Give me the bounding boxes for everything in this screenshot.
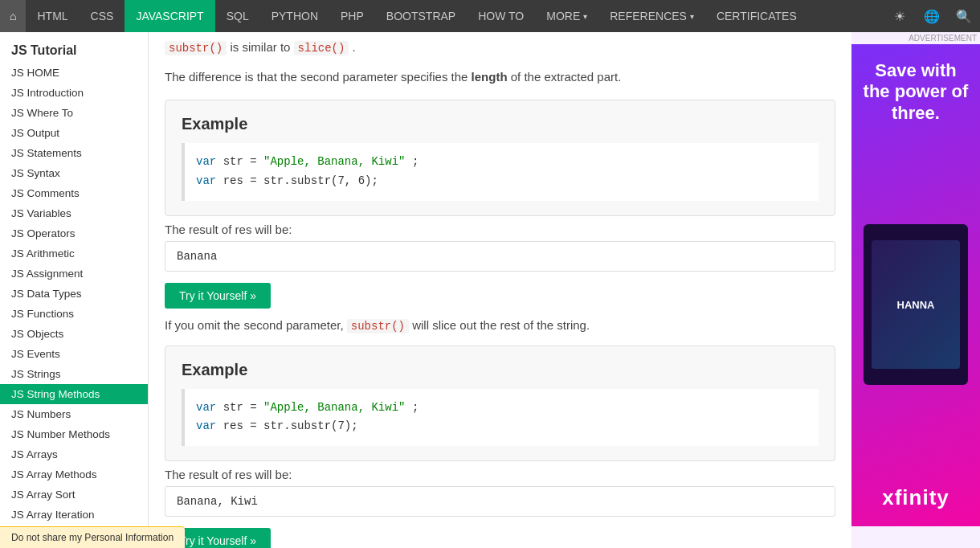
sidebar-item-syntax[interactable]: JS Syntax [0,163,148,183]
result-text-1: The result of res will be: [165,223,835,236]
code-block-1: var str = "Apple, Banana, Kiwi" ; var re… [182,143,819,201]
ad-tv-image: HANNA [864,224,968,385]
nav-references[interactable]: REFERENCES ▾ [598,0,705,32]
privacy-text: Do not share my Personal Information [11,532,174,543]
code-line-2-1: var str = "Apple, Banana, Kiwi" ; [196,399,807,418]
example-box-2: Example var str = "Apple, Banana, Kiwi" … [165,346,835,462]
example-title-2: Example [182,361,819,379]
ad-tv-screen: HANNA [872,240,960,369]
code-res-1: res = str.substr(7, 6); [223,174,378,187]
nav-sql[interactable]: SQL [215,0,260,32]
sidebar-item-stringmethods[interactable]: JS String Methods [0,384,148,404]
top-intro-text: substr() is similar to slice() . [165,32,835,59]
sidebar-item-statements[interactable]: JS Statements [0,143,148,163]
kw-var-2: var [196,174,216,187]
nav-php[interactable]: PHP [329,0,375,32]
code-line-2-2: var res = str.substr(7); [196,417,807,436]
code-line-1-2: var res = str.substr(7, 6); [196,172,807,191]
code-res-2: res = str.substr(7); [223,419,358,432]
code-semi-1: ; [412,155,419,168]
result-box-2: Banana, Kiwi [165,486,835,517]
sidebar-item-whereto[interactable]: JS Where To [0,103,148,123]
diff-text: The difference is that the second parame… [165,67,835,87]
more-caret: ▾ [583,12,587,21]
sidebar-item-numbers[interactable]: JS Numbers [0,404,148,424]
ad-panel: ADVERTISEMENT Save with the power of thr… [851,32,980,548]
sidebar-item-datatypes[interactable]: JS Data Types [0,284,148,304]
nav-home[interactable]: ⌂ [0,0,26,32]
top-navigation: ⌂ HTML CSS JAVASCRIPT SQL PYTHON PHP BOO… [0,0,980,32]
privacy-bar[interactable]: Do not share my Personal Information [0,526,185,548]
nav-bootstrap[interactable]: BOOTSTRAP [375,0,467,32]
ad-bottom-text: xfinity [882,485,949,510]
nav-certificates[interactable]: CERTIFICATES [705,0,808,32]
nav-more[interactable]: MORE ▾ [535,0,598,32]
kw-var-3: var [196,401,216,414]
sidebar-item-arrayiteration[interactable]: JS Array Iteration [0,505,148,525]
code-str-val-1: "Apple, Banana, Kiwi" [263,155,405,168]
code-var-str: str = [223,155,263,168]
nav-howto[interactable]: HOW TO [467,0,535,32]
nav-js[interactable]: JAVASCRIPT [125,0,214,32]
sidebar: JS Tutorial JS HOME JS Introduction JS W… [0,32,149,548]
sidebar-item-functions[interactable]: JS Functions [0,304,148,324]
theme-toggle-icon[interactable]: ☀ [884,0,916,32]
sidebar-item-numbermethods[interactable]: JS Number Methods [0,424,148,444]
sidebar-item-arraysort[interactable]: JS Array Sort [0,485,148,505]
sidebar-item-operators[interactable]: JS Operators [0,223,148,243]
ad-content: Save with the power of three. HANNA xfin… [851,44,980,526]
sidebar-item-objects[interactable]: JS Objects [0,324,148,344]
result-box-1: Banana [165,241,835,272]
code-var-str-2: str = [223,401,263,414]
code-block-2: var str = "Apple, Banana, Kiwi" ; var re… [182,389,819,447]
sidebar-item-variables[interactable]: JS Variables [0,203,148,223]
ad-tv-label: HANNA [897,299,935,311]
sidebar-item-arrays[interactable]: JS Arrays [0,444,148,464]
nav-right-icons: ☀ 🌐 🔍 [884,0,980,32]
sidebar-item-arithmetic[interactable]: JS Arithmetic [0,243,148,264]
code-semi-2: ; [412,401,419,414]
sidebar-item-assignment[interactable]: JS Assignment [0,264,148,284]
code-line-1-1: var str = "Apple, Banana, Kiwi" ; [196,153,807,172]
example-title-1: Example [182,115,819,133]
top-text-mid: is similar to [230,40,293,54]
globe-icon[interactable]: 🌐 [916,0,948,32]
top-text-end: . [353,40,356,54]
sidebar-item-strings[interactable]: JS Strings [0,364,148,384]
page-layout: JS Tutorial JS HOME JS Introduction JS W… [0,32,980,548]
kw-var-4: var [196,419,216,432]
nav-css[interactable]: CSS [80,0,125,32]
sidebar-item-arraymethods[interactable]: JS Array Methods [0,464,148,485]
sidebar-item-intro[interactable]: JS Introduction [0,83,148,103]
omit-paragraph: If you omit the second parameter, substr… [165,318,835,333]
slice-code-inline: slice() [294,41,349,55]
search-icon[interactable]: 🔍 [948,0,980,32]
refs-caret: ▾ [690,12,694,21]
sidebar-item-events[interactable]: JS Events [0,344,148,364]
nav-python[interactable]: PYTHON [260,0,329,32]
ad-top-text: Save with the power of three. [860,60,972,124]
sidebar-item-output[interactable]: JS Output [0,123,148,143]
main-content: substr() is similar to slice() . The dif… [149,32,851,548]
sidebar-item-home[interactable]: JS HOME [0,63,148,83]
result-text-2: The result of res will be: [165,468,835,481]
ad-label: ADVERTISEMENT [851,32,980,44]
kw-var-1: var [196,155,216,168]
nav-html[interactable]: HTML [26,0,79,32]
substr-code-inline: substr() [165,41,227,55]
sidebar-item-comments[interactable]: JS Comments [0,183,148,203]
sidebar-title: JS Tutorial [0,37,148,63]
code-str-val-2: "Apple, Banana, Kiwi" [263,401,405,414]
try-btn-1[interactable]: Try it Yourself » [165,283,271,309]
omit-code-inline: substr() [347,319,409,333]
example-box-1: Example var str = "Apple, Banana, Kiwi" … [165,100,835,216]
